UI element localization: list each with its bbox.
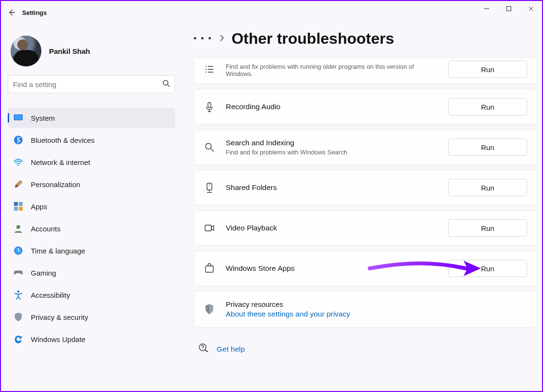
troubleshooter-card-search: Search and Indexing Find and fix problem… [194, 129, 537, 165]
card-title: Privacy resources [226, 300, 527, 308]
svg-rect-0 [507, 7, 511, 11]
svg-point-17 [209, 185, 210, 186]
troubleshooter-card-video: Video Playback Run [194, 210, 537, 246]
search-icon [162, 79, 170, 89]
privacy-icon [13, 312, 23, 322]
svg-point-1 [163, 80, 168, 85]
sidebar-item-gaming[interactable]: Gaming [8, 263, 175, 283]
search-field[interactable] [13, 80, 162, 89]
profile-block[interactable]: Pankil Shah [8, 36, 179, 66]
microphone-icon [204, 101, 215, 112]
update-icon [13, 334, 23, 344]
svg-rect-14 [208, 102, 211, 108]
gaming-icon [13, 268, 23, 278]
sidebar-item-label: System [31, 114, 55, 122]
sidebar-item-update[interactable]: Windows Update [8, 329, 175, 349]
sidebar-item-accessibility[interactable]: Accessibility [8, 285, 175, 305]
network-icon [13, 157, 23, 167]
svg-rect-8 [14, 207, 18, 211]
sidebar-item-label: Network & internet [31, 158, 90, 166]
accessibility-icon [13, 290, 23, 300]
svg-rect-16 [207, 183, 212, 190]
card-subtitle: Find and fix problems with running older… [226, 63, 438, 77]
sidebar-item-system[interactable]: System [8, 108, 175, 128]
sidebar-item-accounts[interactable]: Accounts [8, 218, 175, 239]
close-button[interactable] [520, 1, 542, 16]
sidebar-item-label: Windows Update [31, 335, 85, 343]
server-icon [204, 182, 215, 193]
profile-name: Pankil Shah [49, 47, 90, 55]
get-help-link[interactable]: Get help [217, 345, 245, 354]
svg-rect-6 [14, 202, 18, 206]
back-button[interactable] [1, 1, 22, 24]
sidebar-item-personalization[interactable]: Personalization [8, 174, 175, 194]
svg-point-10 [16, 225, 20, 229]
run-button[interactable]: Run [448, 179, 527, 196]
apps-icon [13, 202, 23, 211]
privacy-resources-card: Privacy resources About these settings a… [194, 291, 537, 328]
avatar [11, 36, 41, 66]
card-title: Recording Audio [226, 102, 438, 111]
run-button[interactable]: Run [448, 61, 527, 78]
svg-rect-3 [14, 115, 22, 120]
search-input[interactable] [8, 75, 175, 93]
sidebar-item-label: Time & language [31, 247, 85, 255]
sidebar-item-privacy[interactable]: Privacy & security [8, 307, 175, 327]
troubleshooter-list: Program Compatibility Troubleshooter Fin… [194, 57, 537, 328]
card-title: Video Playback [226, 224, 438, 232]
troubleshooter-card-recording-audio: Recording Audio Run [194, 89, 537, 125]
svg-point-15 [206, 143, 211, 149]
troubleshooter-card-store-apps: Windows Store Apps Run [194, 251, 537, 286]
list-icon [204, 64, 215, 75]
page-title: Other troubleshooters [232, 30, 394, 48]
breadcrumb-ellipsis[interactable]: • • • [194, 34, 212, 44]
sidebar-item-label: Personalization [31, 180, 80, 189]
sidebar-item-label: Accounts [31, 225, 61, 233]
app-title: Settings [22, 9, 47, 16]
shield-icon [204, 304, 215, 315]
run-button[interactable]: Run [448, 219, 527, 237]
sidebar-item-bluetooth[interactable]: Bluetooth & devices [8, 130, 175, 150]
video-icon [204, 223, 215, 233]
sidebar-item-time[interactable]: Time & language [8, 240, 175, 261]
run-button[interactable]: Run [448, 260, 527, 277]
card-title: Windows Store Apps [226, 264, 438, 273]
svg-point-4 [14, 136, 23, 144]
sidebar-item-apps[interactable]: Apps [8, 196, 175, 216]
sidebar-item-label: Bluetooth & devices [31, 136, 95, 144]
time-icon [13, 246, 23, 255]
card-subtitle: Find and fix problems with Windows Searc… [226, 149, 438, 156]
svg-rect-7 [19, 202, 23, 206]
store-icon [204, 263, 215, 274]
svg-rect-19 [206, 266, 213, 272]
system-icon [13, 113, 23, 123]
troubleshooter-card-shared-folders: Shared Folders Run [194, 170, 537, 205]
personalization-icon [13, 179, 23, 189]
svg-rect-9 [19, 207, 23, 211]
accounts-icon [13, 224, 23, 233]
card-title: Shared Folders [226, 183, 438, 192]
search-icon [204, 142, 215, 152]
troubleshooter-card-compat: Program Compatibility Troubleshooter Fin… [194, 57, 537, 84]
svg-point-5 [18, 165, 19, 166]
help-icon [198, 343, 209, 355]
card-title: Search and Indexing [226, 139, 438, 147]
run-button[interactable]: Run [448, 139, 527, 156]
svg-point-13 [17, 291, 19, 292]
chevron-right-icon [219, 35, 225, 43]
privacy-link[interactable]: About these settings and your privacy [226, 310, 527, 318]
maximize-button[interactable] [498, 1, 520, 16]
sidebar-item-network[interactable]: Network & internet [8, 152, 175, 172]
minimize-button[interactable] [476, 1, 498, 16]
sidebar-item-label: Privacy & security [31, 313, 88, 321]
sidebar-item-label: Accessibility [31, 291, 70, 299]
svg-rect-18 [205, 225, 211, 231]
run-button[interactable]: Run [448, 98, 527, 115]
sidebar-item-label: Apps [31, 202, 47, 211]
sidebar-item-label: Gaming [31, 269, 56, 277]
bluetooth-icon [13, 135, 23, 145]
